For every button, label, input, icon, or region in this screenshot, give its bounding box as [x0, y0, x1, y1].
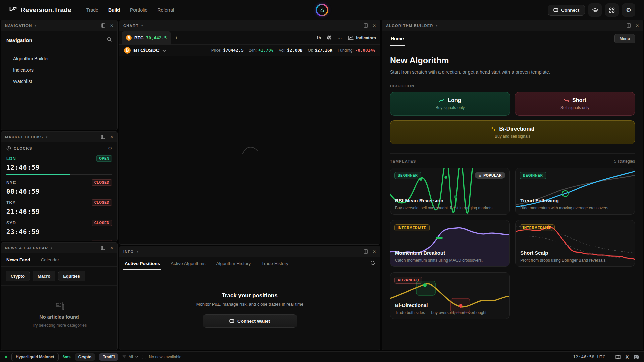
direction-long-card[interactable]: Long Buy signals only: [390, 92, 510, 116]
latency-value: 6ms: [63, 355, 71, 359]
news-tabs: News Feed Calendar: [1, 253, 117, 267]
apps-grid-button[interactable]: [605, 3, 619, 17]
x-social-icon[interactable]: X: [626, 354, 629, 360]
connect-button[interactable]: Connect: [548, 5, 585, 16]
chart-canvas[interactable]: [119, 56, 380, 244]
connection-status-dot: [5, 356, 7, 358]
tab-active-positions[interactable]: Active Positions: [123, 257, 161, 270]
panel-dropdown-caret-icon[interactable]: ▾: [141, 24, 143, 27]
refresh-icon[interactable]: [370, 260, 375, 267]
learn-button[interactable]: [588, 3, 602, 17]
chip-macro[interactable]: Macro: [33, 271, 55, 281]
nav-trade[interactable]: Trade: [86, 7, 98, 13]
more-options-icon[interactable]: ⋯: [337, 35, 342, 41]
panel-layout-icon[interactable]: [101, 23, 105, 28]
tab-trade-history[interactable]: Trade History: [260, 257, 290, 270]
difficulty-badge: INTERMEDIATE: [520, 224, 555, 231]
direction-short-card[interactable]: Short Sell signals only: [515, 92, 635, 116]
close-icon[interactable]: ✕: [110, 246, 113, 250]
stat-funding: -0.0014%: [355, 48, 375, 53]
profile-ring-button[interactable]: [316, 4, 328, 16]
close-icon[interactable]: ✕: [636, 23, 639, 28]
chip-equities[interactable]: Equities: [58, 271, 85, 281]
chip-crypto[interactable]: Crypto: [6, 271, 30, 281]
trending-up-icon: [439, 98, 445, 103]
discord-icon[interactable]: [633, 355, 639, 359]
templates-section-label: TEMPLATES: [390, 159, 416, 163]
trending-down-icon: [564, 98, 569, 103]
direction-bidirectional-card[interactable]: Bi-Directional Buy and sell signals: [390, 120, 635, 144]
tab-home[interactable]: Home: [390, 31, 405, 46]
template-short-scalp[interactable]: INTERMEDIATE Short Scalp Profit from dro…: [515, 220, 635, 267]
panel-dropdown-caret-icon[interactable]: ▾: [51, 246, 52, 250]
panel-layout-icon[interactable]: [364, 249, 368, 254]
market-clocks-panel: MARKET CLOCKS ▾ ✕ CLOCKS ⚙ LDN OPEN: [1, 131, 118, 241]
navigation-heading: Navigation: [6, 37, 32, 43]
topbar: Reversion.Trade Trade Build Portfolio Re…: [0, 0, 644, 20]
template-momentum-breakout[interactable]: INTERMEDIATE Momentum Breakout Catch mom…: [390, 220, 510, 267]
svg-text:₿: ₿: [127, 36, 130, 40]
panel-layout-icon[interactable]: [364, 23, 368, 28]
sidebar-item-watchlist[interactable]: Watchlist: [1, 76, 117, 87]
panel-layout-icon[interactable]: [101, 135, 105, 139]
filter-icon: [122, 355, 126, 358]
settings-button[interactable]: ⚙: [622, 3, 635, 17]
nav-build[interactable]: Build: [108, 7, 120, 13]
tab-shine-divider: [460, 46, 578, 46]
panel-dropdown-caret-icon[interactable]: ▾: [436, 24, 438, 27]
close-icon[interactable]: ✕: [110, 135, 113, 139]
add-symbol-tab-button[interactable]: +: [175, 35, 178, 41]
info-panel-header: INFO ▾ ✕: [119, 246, 380, 257]
grid-icon: [609, 7, 615, 13]
statusbar-chip-crypto[interactable]: Crypto: [75, 353, 95, 361]
clock-city: HKG: [6, 240, 17, 241]
timeframe-selector[interactable]: 1h: [316, 36, 321, 40]
menu-button[interactable]: Menu: [614, 34, 635, 43]
builder-body: New Algorithm Start from scratch with a …: [382, 46, 643, 350]
docs-book-icon[interactable]: [615, 355, 621, 359]
clocks-settings-gear-icon[interactable]: ⚙: [108, 146, 112, 151]
section-divider: [390, 153, 635, 154]
algorithm-builder-header: ALGORITHM BUILDER ▾ ✕: [382, 20, 643, 31]
template-description: Buy oversold, sell overbought. Best in r…: [395, 206, 493, 210]
navigation-panel-header: NAVIGATION ▾ ✕: [1, 20, 117, 31]
nav-referral[interactable]: Referral: [157, 7, 174, 13]
positions-empty-title: Track your positions: [222, 292, 277, 299]
tab-active-algorithms[interactable]: Active Algorithms: [169, 257, 207, 270]
template-trend-following[interactable]: BEGINNER Trend Following Ride momentum w…: [515, 168, 635, 215]
algorithm-builder-panel: ALGORITHM BUILDER ▾ ✕ Home Menu New Algo…: [382, 20, 643, 350]
panel-dropdown-caret-icon[interactable]: ▾: [46, 135, 47, 139]
panel-dropdown-caret-icon[interactable]: ▾: [35, 24, 36, 27]
sidebar-item-algorithm-builder[interactable]: Algorithm Builder: [1, 53, 117, 64]
news-indicator-icon: [142, 355, 146, 359]
indicators-button[interactable]: Indicators: [348, 36, 376, 40]
popular-badge: ☆POPULAR: [475, 172, 505, 179]
tab-news-feed[interactable]: News Feed: [5, 253, 32, 266]
loading-spinner: [240, 145, 259, 156]
news-calendar-header: NEWS & CALENDAR ▾ ✕: [1, 243, 117, 253]
panel-layout-icon[interactable]: [627, 23, 631, 28]
search-icon[interactable]: [107, 37, 112, 43]
clock-time: 23:46:59: [6, 228, 112, 235]
panel-dropdown-caret-icon[interactable]: ▾: [137, 250, 138, 253]
template-rsi-mean-reversion[interactable]: BEGINNER ☆POPULAR RSI Mean Reversion Buy…: [390, 168, 510, 215]
brand[interactable]: Reversion.Trade: [9, 6, 71, 14]
sidebar-item-indicators[interactable]: Indicators: [1, 64, 117, 76]
statusbar-chip-tradfi[interactable]: TradFi: [99, 353, 118, 361]
panel-layout-icon[interactable]: [101, 246, 105, 250]
tab-algorithm-history[interactable]: Algorithm History: [215, 257, 252, 270]
difficulty-badge: BEGINNER: [520, 172, 546, 179]
network-selector[interactable]: Hyperliquid Mainnet: [11, 353, 59, 361]
template-bidirectional[interactable]: ADVANCED Bi-Directional Trade both sides…: [390, 272, 510, 319]
pair-selector-chevron-down-icon[interactable]: [162, 47, 166, 53]
close-icon[interactable]: ✕: [373, 249, 376, 254]
news-filter-dropdown[interactable]: All: [122, 355, 138, 359]
close-icon[interactable]: ✕: [373, 23, 376, 28]
close-icon[interactable]: ✕: [110, 23, 113, 28]
connect-wallet-button[interactable]: Connect Wallet: [203, 314, 297, 328]
symbol-tab-btc[interactable]: ₿ BTC 70,442.5: [122, 31, 171, 45]
tab-calendar[interactable]: Calendar: [40, 253, 61, 266]
nav-portfolio[interactable]: Portfolio: [130, 7, 147, 13]
candles-icon[interactable]: [327, 35, 331, 40]
main-nav: Trade Build Portfolio Referral: [86, 7, 174, 13]
